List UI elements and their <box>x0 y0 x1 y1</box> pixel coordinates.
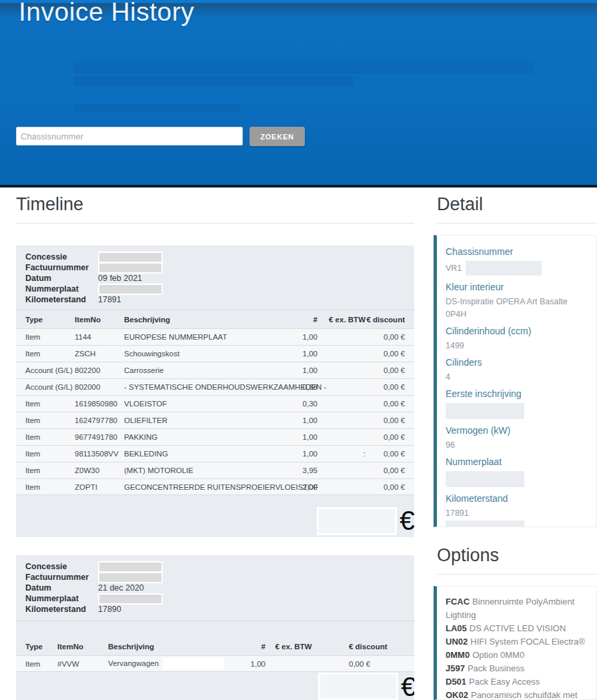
invoice-table-cell: 1,00 <box>284 450 318 458</box>
option-code: OK02 <box>446 690 468 700</box>
invoice-table-cell: 0,88 <box>284 383 318 391</box>
detail-field-value: 4 <box>446 372 590 382</box>
option-item: FCACBinnenruimte PolyAmbient Lighting <box>446 595 588 622</box>
redacted-header-line <box>73 104 240 112</box>
timeline-divider <box>16 223 414 224</box>
invoice-table-cell: 2,00 <box>284 483 318 491</box>
redacted-value-box <box>98 572 163 583</box>
detail-card: ChassisnummerVR1Kleur interieurDS-Inspir… <box>434 235 597 527</box>
euro-symbol: € <box>400 507 414 534</box>
page-title: Invoice History <box>19 0 194 27</box>
invoice-meta-row: Nummerplaat <box>25 284 414 294</box>
invoice-table-cell: : <box>318 450 366 458</box>
option-label: DS ACTIVE LED VISION <box>470 623 566 633</box>
search-button[interactable]: ZOEKEN <box>249 127 305 146</box>
option-code: FCAC <box>446 597 470 607</box>
invoice-table-cell: 1,00 <box>284 333 318 341</box>
options-card: FCACBinnenruimte PolyAmbient LightingLA0… <box>434 586 597 700</box>
detail-field-value: VR1 <box>446 263 462 274</box>
detail-field-value: DS-Inspiratie OPERA Art Basalte <box>446 296 590 307</box>
invoice-meta-row: Nummerplaat <box>25 593 414 604</box>
invoice-meta-label: Kilometerstand <box>25 605 98 614</box>
option-label: Option 0MM0 <box>472 650 524 660</box>
redacted-total-box <box>318 673 398 700</box>
redacted-header-line <box>73 61 534 73</box>
invoice-meta-label: Datum <box>25 274 98 283</box>
invoice-table-cell: Item <box>25 433 75 441</box>
invoice-table-cell: #VVW <box>57 660 108 668</box>
column-header: ItemNo <box>75 316 124 324</box>
option-code: D501 <box>446 677 466 687</box>
invoice-table-header: TypeItemNoBeschrijving#€ ex. BTW€ discou… <box>16 311 414 328</box>
invoice-meta-label: Concessie <box>25 562 98 571</box>
invoice-meta-row: Datum09 feb 2021 <box>25 273 414 284</box>
detail-field-value: 96 <box>446 440 590 450</box>
redacted-value-box <box>446 471 524 487</box>
detail-field-label: Kleur interieur <box>446 282 590 293</box>
invoice-table-cell: 9677491780 <box>75 433 124 441</box>
option-code: J597 <box>446 663 465 673</box>
invoice-table-cell: 0,30 <box>284 400 318 408</box>
invoice-table-cell: Account (G/L) <box>25 366 75 374</box>
invoice-meta-value: 09 feb 2021 <box>98 274 142 283</box>
invoice-table-cell: 3,95 <box>284 466 318 474</box>
chassis-number-input[interactable] <box>16 127 243 145</box>
detail-divider <box>437 223 597 224</box>
invoice-meta-label: Nummerplaat <box>25 284 98 294</box>
redacted-value-box <box>98 561 163 573</box>
option-item: D501Pack Easy Access <box>446 675 588 689</box>
invoice-table-row: Item#VVWVervangwagen1,000,00 € <box>16 655 414 672</box>
column-header: ItemNo <box>57 643 108 651</box>
option-label: HIFI System FOCAL Electra® <box>470 637 585 647</box>
detail-field-label: Cilinderinhoud (ccm) <box>446 326 590 337</box>
redacted-value-box <box>466 261 542 276</box>
column-header: # <box>284 316 318 324</box>
invoice-table-cell: EUROPESE NUMMERPLAAT <box>124 333 284 341</box>
options-heading: Options <box>437 545 499 566</box>
invoice-table-row: ItemZSCHSchouwingskost1,000,00 € <box>16 345 414 362</box>
invoice-table-cell: Item <box>25 450 75 458</box>
detail-field-label: Kilometerstand <box>446 493 590 504</box>
redacted-value-box <box>98 593 163 605</box>
detail-field-value-row: VR1 <box>446 261 590 276</box>
invoice-table-cell: (MKT) MOTOROLIE <box>124 466 284 474</box>
invoice-table-cell: Item <box>25 416 75 424</box>
option-code: UN02 <box>446 637 468 647</box>
invoice-table-cell: Item <box>25 333 75 341</box>
invoice-table-cell: 802000 <box>75 383 124 391</box>
invoice-table-row: ItemZOPTIGECONCENTREERDE RUITENSPROEIERV… <box>16 478 414 495</box>
column-header: Type <box>25 316 75 324</box>
redacted-value-box <box>98 284 163 295</box>
invoice-card: ConcessieFactuurnummerDatum09 feb 2021Nu… <box>16 246 414 537</box>
invoice-table: TypeItemNoBeschrijving#€ ex. BTW€ discou… <box>16 311 414 495</box>
redacted-value-box <box>446 403 524 419</box>
option-code: 0MM0 <box>446 650 470 660</box>
invoice-table-cell: 1,00 <box>284 366 318 374</box>
invoice-meta-value: 21 dec 2020 <box>98 583 144 593</box>
invoice-table-cell: VLOEISTOF <box>124 400 284 408</box>
invoice-meta-row: Datum21 dec 2020 <box>25 583 414 593</box>
detail-field-value: 0P4H <box>446 309 590 320</box>
column-header: € ex. BTW <box>318 316 366 324</box>
header-bottom-strip <box>0 185 597 188</box>
invoice-table-cell: GECONCENTREERDE RUITENSPROEIERVLOEISTOF <box>124 483 284 491</box>
option-label: Pack Easy Access <box>469 677 540 687</box>
invoice-table-cell: Item <box>25 400 75 408</box>
invoice-table-cell: 0,00 € <box>366 400 405 408</box>
column-header: Beschrijving <box>108 643 229 651</box>
options-list: FCACBinnenruimte PolyAmbient LightingLA0… <box>437 587 596 700</box>
invoice-table-row: Item1144EUROPESE NUMMERPLAAT1,000,00 € <box>16 328 414 345</box>
detail-fields: ChassisnummerVR1Kleur interieurDS-Inspir… <box>437 236 596 527</box>
invoice-table-cell: Carrosserie <box>124 366 284 374</box>
invoice-card-divider <box>16 621 414 621</box>
invoice-table-cell: 1144 <box>75 333 124 341</box>
invoice-table-cell: Item <box>25 466 75 474</box>
invoice-table-row: ItemZ0W30(MKT) MOTOROLIE3,950,00 € <box>16 462 414 478</box>
invoice-meta-label: Nummerplaat <box>25 594 98 603</box>
invoice-table-cell: Item <box>25 483 75 491</box>
invoice-table-cell: 0,00 € <box>366 466 405 474</box>
invoice-meta-row: Concessie <box>25 561 414 572</box>
redacted-value-box <box>446 520 524 527</box>
invoice-table-cell: Vervangwagen <box>108 658 229 670</box>
options-divider <box>437 574 597 575</box>
